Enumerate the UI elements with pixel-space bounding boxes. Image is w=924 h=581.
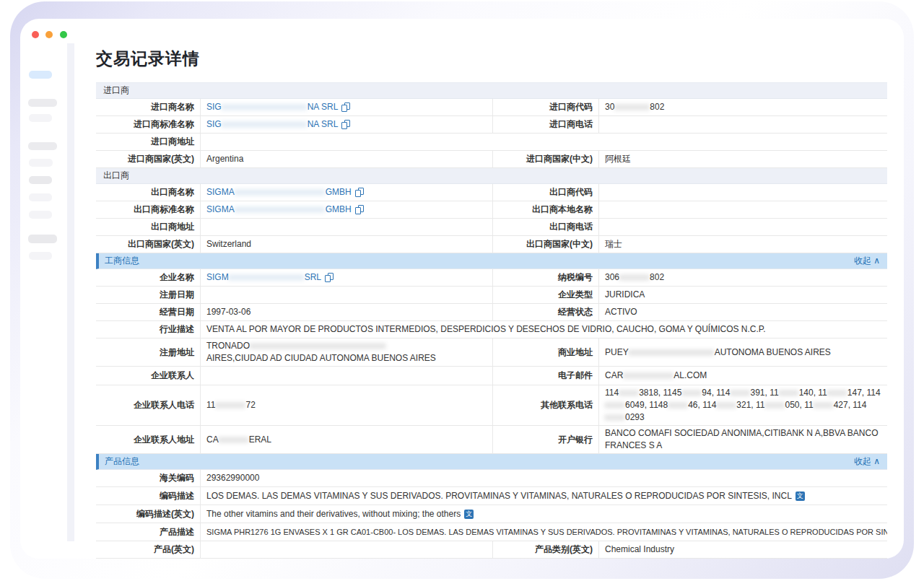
field-label: 企业联系人	[96, 367, 201, 385]
field-value: 30 xxxxxxx 802	[599, 99, 887, 115]
field-label: 商业地址	[493, 338, 599, 366]
value-text: 114	[605, 387, 619, 399]
field-value: PUEY xxxxxxxxxxxxxxxxx AUTONOMA BUENOS A…	[599, 338, 887, 366]
field-label: 编码描述(英文)	[96, 505, 201, 523]
table-row: 出口商国家(英文)Switzerland出口商国家(中文)瑞士	[96, 236, 887, 253]
copy-icon[interactable]	[355, 205, 364, 214]
field-label: 开户银行	[493, 426, 599, 453]
table-row: 编码描述(英文)The other vitamins and their der…	[96, 505, 887, 523]
value-text: CAR	[605, 370, 623, 382]
entity-link[interactable]: GMBH	[326, 186, 352, 198]
translate-icon[interactable]	[464, 510, 474, 519]
field-value: SIGMA PHR1276 1G ENVASES X 1 GR CA01-CB0…	[201, 523, 887, 541]
field-label: 纳税编号	[493, 269, 599, 286]
value-text: 321, 11	[736, 399, 764, 411]
table-row: 企业联系人地址CA xxxxxx ERAL开户银行BANCO COMAFI SO…	[96, 426, 887, 454]
table-row: 出口商地址出口商电话	[96, 219, 887, 236]
entity-link[interactable]: xxxxxxxxxxxxxxxxxx	[235, 204, 326, 216]
section-header-product: 产品信息收起 ∧	[96, 454, 887, 470]
entity-link[interactable]: xxxxxxxxxxxxxxxxx	[222, 101, 308, 113]
value-text: xxxx	[681, 387, 702, 399]
collapse-toggle[interactable]: 收起 ∧	[854, 455, 880, 468]
entity-link[interactable]: SIGMA	[206, 186, 235, 198]
field-label: 产品描述	[96, 523, 201, 541]
entity-link[interactable]: NA SRL	[308, 118, 339, 131]
entity-link[interactable]: xxxxxxxxxxxxxxxxxx	[235, 186, 326, 198]
sidebar-divider	[67, 43, 74, 541]
entity-link[interactable]: SIG	[206, 118, 222, 131]
value-text: xxxx	[764, 399, 785, 411]
field-label: 出口商国家(英文)	[96, 236, 201, 253]
main-content: 交易记录详情 进口商进口商名称SIG xxxxxxxxxxxxxxxxx NA …	[74, 19, 904, 559]
value-text: ERAL	[249, 434, 271, 446]
entity-link[interactable]: SIGM	[206, 271, 229, 284]
field-value: The other vitamins and their derivatives…	[201, 505, 887, 523]
table-row: 进口商标准名称SIG xxxxxxxxxxxxxxxxx NA SRL进口商电话	[96, 116, 887, 134]
entity-link[interactable]: SRL	[305, 271, 321, 284]
value-text: xxxx	[668, 399, 688, 411]
table-row: 注册日期企业类型JURIDICA	[96, 287, 887, 304]
field-value: SIGMA xxxxxxxxxxxxxxxxxx GMBH	[201, 184, 493, 201]
value-text: xxxxxxxxxxxxxxxxxxxxxxxxxxx	[250, 340, 386, 352]
field-value: 114xxxx3818, 1145xxxx94, 114xxxx391, 11x…	[599, 385, 887, 425]
value-text: 94, 114	[702, 387, 730, 399]
field-value: SIG xxxxxxxxxxxxxxxxx NA SRL	[201, 116, 493, 133]
entity-link[interactable]: SIG	[206, 101, 222, 113]
copy-icon[interactable]	[341, 120, 350, 129]
value-text: 30	[605, 101, 614, 113]
entity-link[interactable]: xxxxxxxxxxxxxxx	[229, 271, 305, 284]
field-label: 企业名称	[96, 269, 201, 286]
copy-icon[interactable]	[325, 273, 334, 282]
field-label: 产品(英文)	[96, 541, 201, 558]
screenshot-canvas: 交易记录详情 进口商进口商名称SIG xxxxxxxxxxxxxxxxx NA …	[0, 0, 924, 581]
value-text: 391, 11	[750, 387, 778, 399]
field-value	[599, 116, 887, 133]
value-text: SIGMA PHR1276 1G ENVASES X 1 GR CA01-CB0…	[206, 526, 887, 538]
field-value	[599, 184, 887, 201]
value-text: xxxx	[827, 387, 847, 399]
table-row: 企业联系人电话11 xxxxxx 72其他联系电话114xxxx3818, 11…	[96, 385, 887, 426]
field-label: 企业联系人电话	[96, 385, 201, 425]
table-row: 注册地址TRONADO xxxxxxxxxxxxxxxxxxxxxxxxxxx …	[96, 338, 887, 367]
value-text: xxxxxxxxxxxxxxxxx	[629, 346, 715, 359]
translate-icon[interactable]	[796, 492, 805, 501]
field-label: 进口商名称	[96, 99, 201, 115]
copy-icon[interactable]	[341, 102, 350, 112]
value-text: LOS DEMAS. LAS DEMAS VITAMINAS Y SUS DER…	[206, 490, 792, 502]
field-label: 电子邮件	[493, 367, 599, 385]
field-label: 出口商标准名称	[96, 201, 201, 218]
field-value: SIGMA xxxxxxxxxxxxxxxxxx GMBH	[201, 201, 493, 218]
field-label: 进口商国家(英文)	[96, 151, 201, 167]
field-value: CA xxxxxx ERAL	[201, 426, 493, 453]
field-value: 阿根廷	[599, 151, 887, 167]
entity-link[interactable]: GMBH	[326, 204, 352, 216]
value-text: PUEY	[605, 346, 629, 359]
entity-link[interactable]: SIGMA	[206, 204, 235, 216]
field-label: 进口商标准名称	[96, 116, 201, 133]
value-text: 6049, 1148	[625, 399, 668, 411]
field-label: 经营日期	[96, 304, 201, 320]
copy-icon[interactable]	[355, 188, 364, 197]
value-text: 802	[650, 101, 664, 113]
table-row: 企业名称SIGM xxxxxxxxxxxxxxx SRL纳税编号306 xxxx…	[96, 269, 887, 287]
field-value: 瑞士	[599, 236, 887, 253]
section-header-exporter: 出口商	[96, 168, 887, 184]
sidebar-skeleton-item	[29, 211, 52, 219]
entity-link[interactable]: xxxxxxxxxxxxxxxxx	[222, 118, 308, 131]
field-label: 出口商本地名称	[493, 201, 599, 218]
detail-table: 进口商进口商名称SIG xxxxxxxxxxxxxxxxx NA SRL进口商代…	[96, 82, 887, 559]
field-value: 1997-03-06	[201, 304, 493, 320]
app-window: 交易记录详情 进口商进口商名称SIG xxxxxxxxxxxxxxxxx NA …	[20, 19, 904, 559]
value-text: 1997-03-06	[206, 306, 250, 318]
field-label: 产品类别(英文)	[493, 541, 599, 558]
value-text: CA	[206, 434, 219, 446]
table-row: 进口商地址	[96, 134, 887, 151]
field-label: 注册日期	[96, 287, 201, 303]
sidebar-skeleton-item	[29, 252, 52, 260]
entity-link[interactable]: NA SRL	[308, 101, 339, 113]
value-text: BANCO COMAFI SOCIEDAD ANONIMA,CITIBANK N…	[605, 427, 881, 452]
value-text: JURIDICA	[605, 289, 645, 301]
collapse-toggle[interactable]: 收起 ∧	[854, 255, 880, 267]
value-text: 46, 114	[688, 399, 716, 411]
field-value: Chemical Industry	[599, 541, 887, 558]
